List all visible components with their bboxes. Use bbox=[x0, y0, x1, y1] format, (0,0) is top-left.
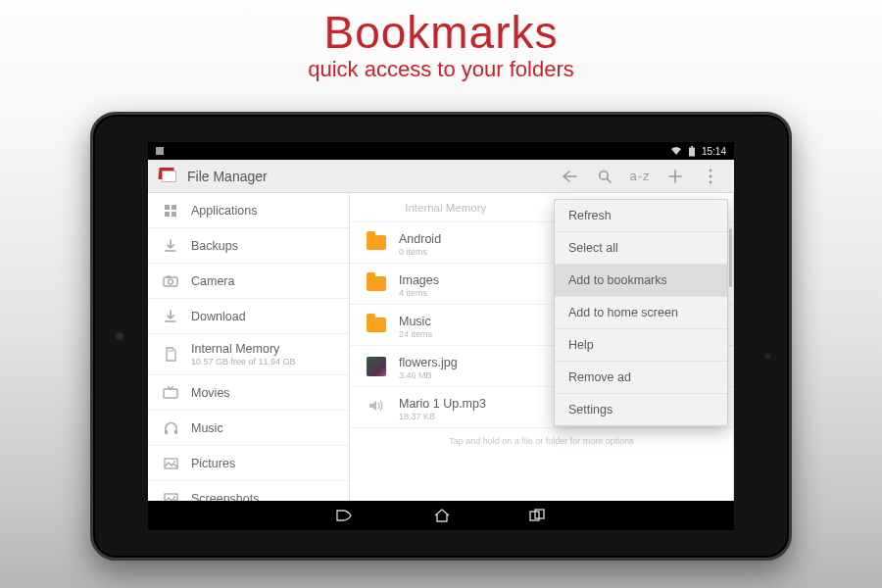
promo-title: Bookmarks bbox=[0, 0, 882, 59]
folder-icon bbox=[367, 318, 386, 332]
nav-back-button[interactable] bbox=[333, 509, 355, 522]
sidebar-item-download[interactable]: Download bbox=[148, 299, 349, 334]
promo-banner: Bookmarks quick access to your folders bbox=[0, 0, 882, 82]
svg-rect-9 bbox=[165, 212, 170, 217]
back-button[interactable] bbox=[552, 160, 587, 193]
camera-icon bbox=[162, 275, 179, 287]
svg-rect-20 bbox=[165, 459, 177, 468]
sidebar-item-camera[interactable]: Camera bbox=[148, 264, 349, 299]
tablet-frame: 15:14 File Manager a-z bbox=[90, 112, 792, 561]
camera-dot bbox=[115, 331, 124, 341]
file-label: Mario 1 Up.mp318.37 KB bbox=[399, 394, 486, 421]
screen: 15:14 File Manager a-z bbox=[148, 142, 734, 530]
svg-line-3 bbox=[607, 178, 611, 182]
battery-icon bbox=[688, 146, 696, 157]
sidebar-item-label: Internal Memory10.57 GB free of 11.94 GB bbox=[191, 342, 296, 367]
menu-item-help[interactable]: Help bbox=[555, 329, 727, 362]
svg-point-23 bbox=[173, 496, 175, 498]
sidebar-item-label: Camera bbox=[191, 274, 234, 288]
svg-rect-13 bbox=[167, 275, 171, 277]
headphones-icon bbox=[162, 421, 179, 435]
sort-button[interactable]: a-z bbox=[622, 160, 658, 193]
overflow-button[interactable] bbox=[693, 160, 728, 193]
svg-point-5 bbox=[710, 174, 712, 177]
app-logo-icon bbox=[156, 167, 179, 186]
audio-icon bbox=[368, 398, 385, 417]
svg-point-21 bbox=[173, 461, 175, 463]
sidebar-item-internal-memory[interactable]: Internal Memory10.57 GB free of 11.94 GB bbox=[148, 334, 349, 375]
sidebar-item-label: Music bbox=[191, 421, 223, 435]
file-label: Music24 items bbox=[399, 312, 432, 339]
svg-rect-11 bbox=[164, 277, 177, 286]
sidebar-item-label: Screenshots bbox=[191, 492, 259, 502]
sidebar-item-label: Movies bbox=[191, 386, 230, 400]
sensor-dot bbox=[764, 353, 771, 360]
svg-rect-19 bbox=[174, 430, 177, 434]
svg-rect-10 bbox=[172, 212, 176, 217]
sidebar-item-label: Backups bbox=[191, 239, 238, 253]
sidebar-item-applications[interactable]: Applications bbox=[148, 193, 349, 228]
image-icon bbox=[162, 493, 179, 502]
sd-icon bbox=[162, 347, 179, 362]
menu-item-settings[interactable]: Settings bbox=[555, 394, 727, 425]
folder-icon bbox=[367, 235, 386, 250]
overflow-menu: RefreshSelect allAdd to bookmarksAdd to … bbox=[554, 199, 728, 426]
sidebar-item-label: Download bbox=[191, 310, 246, 323]
navigation-bar bbox=[148, 501, 734, 530]
menu-item-refresh[interactable]: Refresh bbox=[555, 200, 727, 232]
file-label: flowers.jpg3.46 MB bbox=[399, 353, 458, 380]
menu-item-remove-ad[interactable]: Remove ad bbox=[555, 362, 727, 394]
status-notification-icon bbox=[156, 147, 164, 155]
wifi-icon bbox=[670, 146, 682, 156]
nav-home-button[interactable] bbox=[433, 508, 451, 523]
app-file-manager: File Manager a-z ApplicationsBackupsCame… bbox=[148, 160, 734, 501]
sidebar-item-pictures[interactable]: Pictures bbox=[148, 446, 349, 481]
folder-icon bbox=[367, 276, 386, 291]
sidebar-item-screenshots[interactable]: Screenshots bbox=[148, 481, 349, 501]
svg-rect-18 bbox=[165, 430, 168, 434]
status-bar: 15:14 bbox=[148, 142, 734, 160]
svg-point-6 bbox=[710, 180, 712, 183]
menu-item-add-to-home-screen[interactable]: Add to home screen bbox=[555, 297, 727, 329]
scroll-indicator[interactable] bbox=[729, 228, 732, 287]
add-button[interactable] bbox=[658, 160, 693, 193]
app-title: File Manager bbox=[187, 169, 268, 184]
svg-point-12 bbox=[169, 279, 173, 284]
clock-text: 15:14 bbox=[702, 146, 726, 157]
svg-rect-1 bbox=[691, 146, 693, 148]
hint-text: Tap and hold on a file or folder for mor… bbox=[350, 428, 733, 458]
file-label: Images4 items bbox=[399, 270, 439, 298]
sidebar-item-label: Applications bbox=[191, 204, 257, 218]
sidebar: ApplicationsBackupsCameraDownloadInterna… bbox=[148, 193, 350, 501]
svg-rect-0 bbox=[689, 147, 695, 156]
tab-internal-memory[interactable]: Internal Memory bbox=[350, 193, 542, 221]
image-icon bbox=[162, 458, 179, 469]
image-thumb-icon bbox=[367, 357, 386, 376]
sidebar-item-music[interactable]: Music bbox=[148, 411, 349, 446]
sidebar-item-movies[interactable]: Movies bbox=[148, 375, 349, 411]
menu-item-select-all[interactable]: Select all bbox=[555, 232, 727, 265]
action-bar: File Manager a-z bbox=[148, 160, 734, 193]
svg-rect-17 bbox=[164, 389, 177, 398]
promo-subtitle: quick access to your folders bbox=[0, 57, 882, 82]
svg-rect-8 bbox=[172, 205, 176, 210]
sidebar-item-backups[interactable]: Backups bbox=[148, 228, 349, 264]
svg-rect-7 bbox=[165, 205, 170, 210]
search-button[interactable] bbox=[587, 160, 622, 193]
file-label: Android0 items bbox=[399, 229, 441, 257]
nav-recent-button[interactable] bbox=[529, 509, 549, 522]
svg-point-4 bbox=[710, 169, 712, 172]
download-icon bbox=[162, 239, 179, 253]
download-icon bbox=[162, 310, 179, 323]
menu-item-add-to-bookmarks[interactable]: Add to bookmarks bbox=[555, 265, 727, 297]
sidebar-item-label: Pictures bbox=[191, 457, 235, 470]
tv-icon bbox=[162, 386, 179, 399]
grid-icon bbox=[162, 204, 179, 218]
